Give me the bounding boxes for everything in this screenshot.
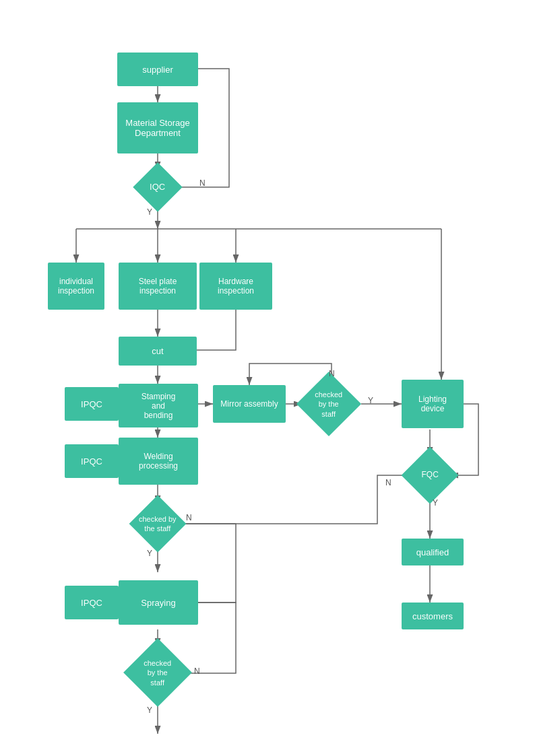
cut-node: cut	[119, 337, 197, 366]
checked3-y-label: Y	[147, 706, 152, 715]
checked3-node: checked by the staff	[123, 645, 193, 700]
material-storage-node: Material Storage Department	[117, 102, 198, 153]
stamping-node: Stamping and bending	[119, 384, 198, 427]
iqc-n-label: N	[199, 178, 206, 188]
welding-node: Welding processing	[119, 438, 198, 485]
customers-node: customers	[402, 603, 464, 629]
checked1-node: checked by the staff	[296, 381, 361, 427]
qualified-node: qualified	[402, 539, 464, 565]
flowchart: supplier Material Storage Department IQC…	[0, 0, 535, 756]
checked1-y-label: Y	[368, 396, 373, 405]
ipqc3-node: IPQC	[65, 586, 119, 619]
fqc-y-label: Y	[433, 498, 438, 508]
mirror-assembly-node: Mirror assembly	[213, 385, 286, 423]
spraying-node: Spraying	[119, 580, 198, 625]
checked3-n-label: N	[194, 666, 200, 676]
checked1-n-label: N	[329, 369, 335, 378]
checked2-node: checked by the staff	[123, 504, 193, 544]
checked2-n-label: N	[186, 513, 192, 522]
arrows-layer	[0, 0, 535, 756]
steel-plate-node: Steel plate inspection	[119, 263, 197, 310]
individual-inspection-node: individual inspection	[48, 263, 104, 310]
ipqc2-node: IPQC	[65, 444, 119, 478]
supplier-node: supplier	[117, 53, 198, 86]
fqc-node: FQC	[407, 455, 453, 495]
iqc-node: IQC	[123, 170, 193, 205]
fqc-n-label: N	[385, 478, 391, 487]
hardware-inspection-node: Hardware inspection	[199, 263, 272, 310]
lighting-device-node: Lighting device	[402, 380, 464, 428]
checked2-y-label: Y	[147, 549, 152, 558]
iqc-y-label: Y	[147, 207, 152, 217]
ipqc1-node: IPQC	[65, 387, 119, 421]
